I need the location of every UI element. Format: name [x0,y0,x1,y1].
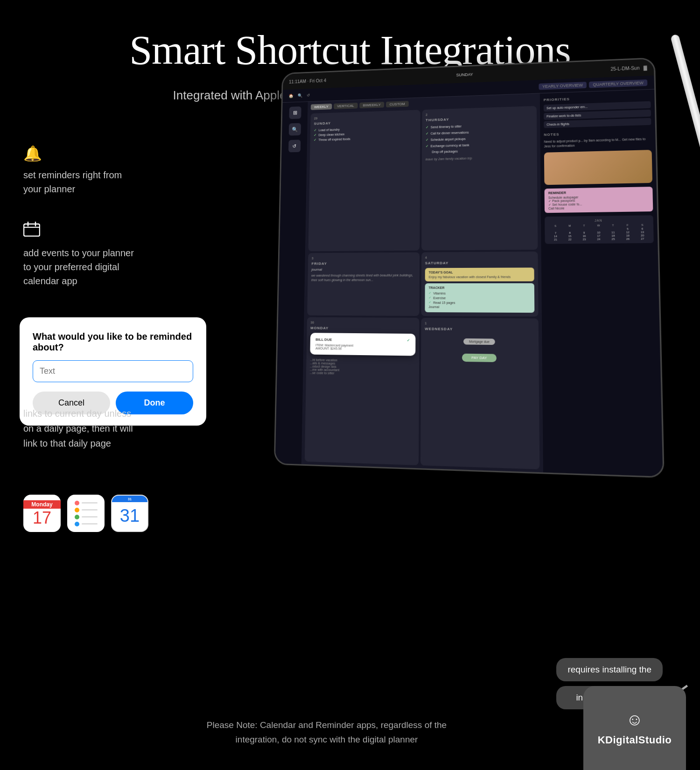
footnote-text: Please Note: Calendar and Reminder apps,… [93,718,560,747]
gcal-number: 31 [120,506,140,526]
studio-name: KDigitalStudio [598,734,672,746]
wednesday-label: WEDNESDAY [425,327,534,332]
pay-day-badge: PAY DAY [462,354,497,362]
app-name-label: SUNDAY [456,72,473,77]
date-display: 25-L-DM-Sun [610,65,639,71]
footnote-area: Please Note: Calendar and Reminder apps,… [93,718,560,747]
notes-content: Need to adjust product p... by 9am accor… [544,137,652,149]
notes-title: NOTES [544,130,651,137]
biweekly-tab[interactable]: BIWEEKLY [359,102,384,108]
reminder-card: REMINDER Schedule autopager ✓ Pack passp… [545,187,653,213]
ipad-screen: 11:11AM · Fri Oct 4 SUNDAY 25-L-DM-Sun ▓… [275,59,663,476]
link-feature: links to current day unless on a daily p… [23,406,135,451]
studio-smiley-icon: ☺ [626,710,644,729]
time-label: 11:11AM · Fri Oct 4 [289,78,326,84]
saturday-label: SATURDAY [425,260,534,265]
bill-amount: AMOUNT: $245.56 [315,347,410,351]
cal-day-number: 17 [33,509,51,526]
app-icons-row: Monday 17 [23,495,148,532]
home-icon[interactable]: 🏠 [289,93,294,98]
bill-title: BILL DUE [315,337,332,342]
ipad-device: 11:11AM · Fri Oct 4 SUNDAY 25-L-DM-Sun ▓… [271,61,700,518]
journal-text: we wandered through charming streets lin… [311,273,416,282]
mini-cal-month: JAN [548,218,649,223]
custom-tab[interactable]: CUSTOM [386,101,408,107]
mini-cal-days: 56 78910111213 14151617181920 2122232425… [549,227,650,241]
monday-num: 30 [310,321,415,325]
feature-calendar-text: add events to your planner to your prefe… [23,246,135,288]
gcal-top-bar: 31 [112,496,147,502]
apple-calendar-icon[interactable]: Monday 17 [23,495,61,532]
priority-item-3: Check-in flights [544,118,651,128]
monday-label: MONDAY [310,326,415,331]
tooltip-line1: requires installing the [556,658,663,681]
grid-icon[interactable]: ⊞ [289,106,301,119]
sunday-label: SUNDAY [314,119,417,126]
link-feature-text: links to current day unless on a daily p… [23,406,135,451]
vertical-tab[interactable]: VERTICAL [334,103,358,109]
monday-notes: ...ht before vacation ...ails & messages… [310,358,416,377]
refresh-icon[interactable]: ↺ [307,93,310,98]
right-panel: PRIORITIES Set up auto responder em... F… [539,90,663,476]
google-calendar-icon[interactable]: 31 31 [111,495,148,532]
feature-reminders: 🔔 set reminders right from your planner [23,145,135,196]
planner-grid: WEEKLY VERTICAL BIWEEKLY CUSTOM 29 SUNDA… [302,93,543,472]
reminder-items: Schedule autopager ✓ Pack passports ✓ Se… [548,194,649,210]
sunday-item-3: Throw off expired foods [318,137,350,141]
tracker-label: TRACKER [429,286,531,289]
journal-label: journal [311,267,416,272]
reminder-input[interactable] [33,360,193,382]
bill-header: BILL DUE ✓ [315,337,410,343]
pay-day-area: PAY DAY [425,352,535,363]
feature-calendar: add events to your planner to your prefe… [23,222,135,288]
saturday-card: 4 SATURDAY TODAY'S GOAL Enjoy my fabulou… [421,252,538,316]
search-nav-icon[interactable]: 🔍 [288,123,301,136]
reminder-title: REMINDER [548,189,649,195]
saturday-num: 4 [425,255,534,259]
feature-reminders-text: set reminders right from your planner [23,168,135,196]
studio-card[interactable]: ☺ KDigitalStudio [583,686,686,770]
page-wrapper: Smart Shortcut Integrations Integrated w… [0,0,700,770]
goal-label: TODAY'S GOAL [429,271,531,274]
mortgage-badge: Mortgage due [463,338,495,345]
battery-icon: ▓ [644,65,647,70]
bill-check: ✓ [407,338,410,343]
dialog-title: What would you like to be reminded about… [33,331,193,353]
thursday-items: ✓Send itinerary to sitter ✓Call for dinn… [426,122,533,155]
ipad-frame: 11:11AM · Fri Oct 4 SUNDAY 25-L-DM-Sun ▓… [274,57,665,478]
cal-day-label: Monday [23,500,61,509]
search-icon[interactable]: 🔍 [298,93,302,98]
sunday-item-2: Deep clean kitchen [318,133,344,136]
thursday-card: 2 THURSDAY ✓Send itinerary to sitter ✓Ca… [421,106,538,251]
bell-icon: 🔔 [23,145,135,162]
vacation-label: leave by 2am family vacation trip [426,155,533,161]
sunday-card: 29 SUNDAY ✓Load of laundry ✓Deep clean k… [308,110,420,251]
calendar-outline-icon [23,222,135,240]
wednesday-num: 1 [425,322,534,326]
monday-card: 30 MONDAY BILL DUE ✓ ITEM: Mastercard pa… [305,317,420,465]
priorities-title: PRIORITIES [544,94,651,102]
top-right-controls: 25-L-DM-Sun ▓ [610,65,647,71]
mini-calendar: JAN SMTWTFS 56 78910111213 1415161718192… [545,215,654,244]
weekly-tab[interactable]: WEEKLY [311,104,332,110]
tracker-card: TRACKER ✓Vitamins ✓Exercise ✓Read 15 pag… [425,283,534,313]
overview-tab-quarterly[interactable]: QUARTERLY OVERVIEW [589,79,647,88]
goal-text: Enjoy my fabulous vacation with closest … [429,275,531,279]
friday-label: FRIDAY [312,261,416,266]
planner-main: ⊞ 🔍 ↺ WEEKLY VERTICAL BIWEEKLY CUSTOM [275,90,663,476]
bill-popup: BILL DUE ✓ ITEM: Mastercard payment AMOU… [310,333,415,356]
tracker-items: ✓Vitamins ✓Exercise ✓Read 15 pages Journ… [428,291,531,309]
goal-card: TODAY'S GOAL Enjoy my fabulous vacation … [425,267,534,281]
photo-card-1 [544,150,652,185]
reminders-icon[interactable] [67,495,105,532]
svg-rect-0 [24,224,40,236]
overview-tab-yearly[interactable]: YEARLY OVERVIEW [539,82,587,90]
mini-cal-header: SMTWTFS [548,223,649,227]
friday-num: 3 [312,256,416,260]
view-tabs: YEARLY OVERVIEW QUARTERLY OVERVIEW [539,79,647,90]
wednesday-card: 1 WEDNESDAY Mortgage due PAY DAY [420,318,539,469]
mortgage-area: Mortgage due [425,336,535,348]
left-sidebar: 🔔 set reminders right from your planner … [23,145,135,314]
friday-card: 3 FRIDAY journal we wandered through cha… [307,252,420,316]
refresh-nav-icon[interactable]: ↺ [288,140,301,152]
